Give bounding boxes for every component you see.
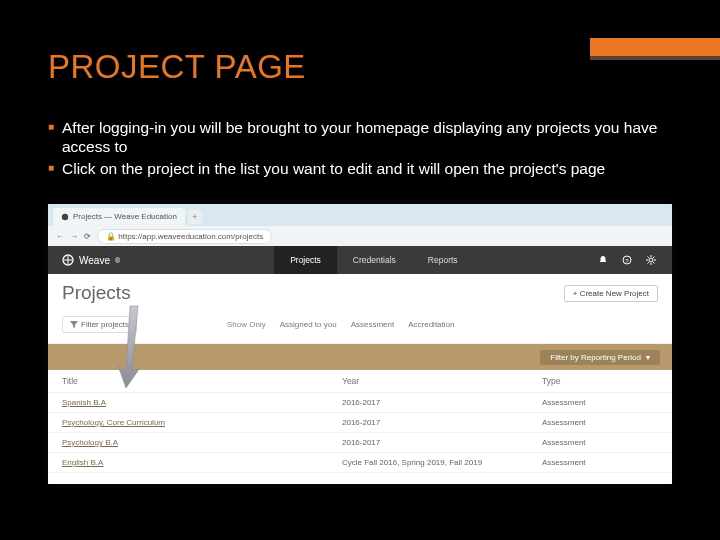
slide-accent-bar xyxy=(590,38,720,56)
filter-projects-button[interactable]: Filter projects xyxy=(62,316,137,333)
bullet-item: Click on the project in the list you wan… xyxy=(48,159,672,178)
col-year: Year xyxy=(342,376,542,386)
row-year: 2016-2017 xyxy=(342,438,542,447)
new-tab-button[interactable]: + xyxy=(188,210,202,224)
show-only-label: Show Only xyxy=(227,320,266,329)
row-title: English B.A xyxy=(62,458,342,467)
back-icon[interactable]: ← xyxy=(56,232,64,241)
filter-bar: Filter projects Show Only Assigned to yo… xyxy=(48,310,672,344)
create-project-button[interactable]: + Create New Project xyxy=(564,285,658,302)
url-field[interactable]: 🔒 https://app.weaveeducation.com/project… xyxy=(97,229,272,244)
row-year: Cycle Fall 2016, Spring 2019, Fall 2019 xyxy=(342,458,542,467)
browser-tab[interactable]: Projects — Weave Education xyxy=(53,208,185,226)
filter-icon xyxy=(70,321,78,329)
nav-tab-reports[interactable]: Reports xyxy=(412,246,474,274)
row-type: Assessment xyxy=(542,418,658,427)
nav-tab-credentials[interactable]: Credentials xyxy=(337,246,412,274)
lock-icon: 🔒 xyxy=(106,232,116,241)
table-row[interactable]: Spanish B.A 2016-2017 Assessment xyxy=(48,393,672,413)
col-type: Type xyxy=(542,376,658,386)
reload-icon[interactable]: ⟳ xyxy=(84,232,91,241)
row-title: Spanish B.A xyxy=(62,398,342,407)
table-header: Title Year Type xyxy=(48,370,672,393)
filter-chip-assigned[interactable]: Assigned to you xyxy=(280,320,337,329)
nav-tab-projects[interactable]: Projects xyxy=(274,246,337,274)
slide-title: PROJECT PAGE xyxy=(48,48,306,86)
row-year: 2016-2017 xyxy=(342,418,542,427)
filter-chip-assessment[interactable]: Assessment xyxy=(351,320,395,329)
filter-chip-accreditation[interactable]: Accreditation xyxy=(408,320,454,329)
table-row[interactable]: Psychology, Core Curriculum 2016-2017 As… xyxy=(48,413,672,433)
row-type: Assessment xyxy=(542,458,658,467)
row-title: Psychology B.A xyxy=(62,438,342,447)
screenshot-panel: Projects — Weave Education + ← → ⟳ 🔒 htt… xyxy=(48,204,672,484)
svg-text:?: ? xyxy=(625,258,629,264)
bell-icon[interactable] xyxy=(598,255,608,265)
page-title: Projects xyxy=(62,282,131,304)
app-navbar: Weave® Projects Credentials Reports ? xyxy=(48,246,672,274)
slide-accent-underline xyxy=(590,56,720,60)
svg-point-4 xyxy=(649,258,653,262)
row-type: Assessment xyxy=(542,438,658,447)
chevron-down-icon: ▾ xyxy=(646,353,650,362)
nav-tabs: Projects Credentials Reports xyxy=(274,246,473,274)
weave-favicon-icon xyxy=(61,213,69,221)
svg-point-0 xyxy=(62,213,68,219)
browser-urlbar: ← → ⟳ 🔒 https://app.weaveeducation.com/p… xyxy=(48,226,672,246)
reporting-period-bar: Filter by Reporting Period ▾ xyxy=(48,344,672,370)
reporting-period-button[interactable]: Filter by Reporting Period ▾ xyxy=(540,350,660,365)
row-title: Psychology, Core Curriculum xyxy=(62,418,342,427)
help-icon[interactable]: ? xyxy=(622,255,632,265)
table-row[interactable]: English B.A Cycle Fall 2016, Spring 2019… xyxy=(48,453,672,473)
browser-tabbar: Projects — Weave Education + xyxy=(48,204,672,226)
bullet-item: After logging-in you will be brought to … xyxy=(48,118,672,157)
col-title: Title xyxy=(62,376,342,386)
tab-title: Projects — Weave Education xyxy=(73,212,177,221)
row-year: 2016-2017 xyxy=(342,398,542,407)
weave-logo-icon xyxy=(62,254,74,266)
brand-logo[interactable]: Weave® xyxy=(48,254,134,266)
nav-icons: ? xyxy=(598,255,672,265)
gear-icon[interactable] xyxy=(646,255,656,265)
table-row[interactable]: Psychology B.A 2016-2017 Assessment xyxy=(48,433,672,453)
slide-bullets: After logging-in you will be brought to … xyxy=(48,118,672,180)
page-header: Projects + Create New Project xyxy=(48,274,672,310)
row-type: Assessment xyxy=(542,398,658,407)
forward-icon[interactable]: → xyxy=(70,232,78,241)
